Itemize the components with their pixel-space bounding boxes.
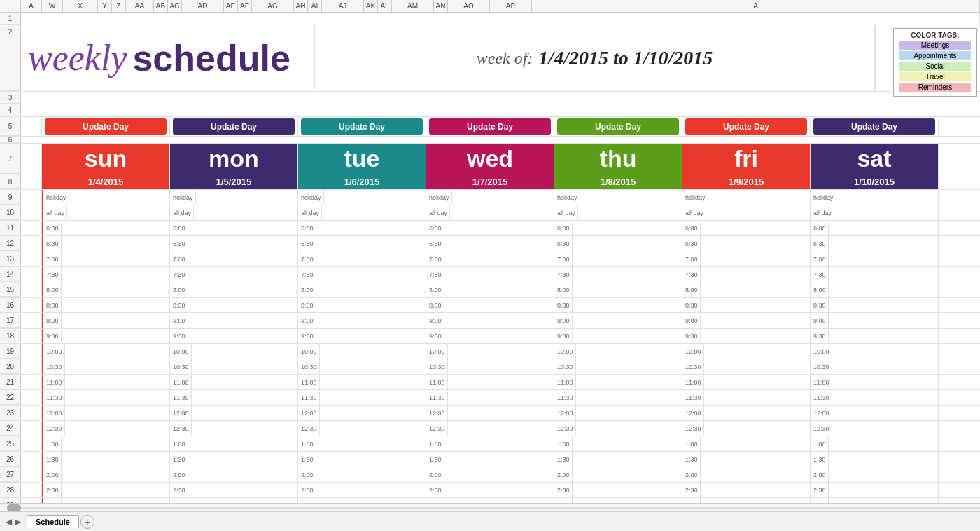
time-slot-content[interactable] — [828, 221, 935, 235]
time-slot-content[interactable] — [444, 329, 551, 343]
time-slot-content[interactable] — [191, 375, 295, 389]
time-slot-content[interactable] — [316, 436, 423, 451]
time-slot-content[interactable] — [700, 436, 807, 451]
time-slot-content[interactable] — [188, 452, 295, 467]
time-slot-content[interactable] — [451, 190, 551, 205]
time-slot-content[interactable] — [832, 406, 935, 420]
time-slot-content[interactable] — [828, 452, 935, 467]
time-slot-content[interactable] — [316, 313, 423, 328]
time-slot-content[interactable] — [700, 267, 807, 282]
update-day-cell-tue[interactable]: Update Day — [298, 117, 426, 136]
update-day-btn-thu[interactable]: Update Day — [557, 118, 679, 135]
time-slot-content[interactable] — [572, 236, 679, 251]
time-slot-content[interactable] — [188, 267, 295, 282]
time-slot-content[interactable] — [828, 436, 935, 451]
time-slot-content[interactable] — [572, 282, 679, 297]
time-slot-content[interactable] — [700, 282, 807, 297]
time-slot-content[interactable] — [191, 390, 295, 405]
time-slot-content[interactable] — [449, 205, 551, 220]
update-day-btn-mon[interactable]: Update Day — [173, 118, 295, 135]
update-day-btn-sun[interactable]: Update Day — [45, 118, 167, 135]
update-day-btn-tue[interactable]: Update Day — [301, 118, 423, 135]
time-slot-content[interactable] — [572, 498, 679, 503]
time-slot-content[interactable] — [447, 390, 551, 405]
time-slot-content[interactable] — [64, 406, 167, 420]
time-slot-content[interactable] — [828, 467, 935, 482]
time-slot-content[interactable] — [316, 282, 423, 297]
time-slot-content[interactable] — [444, 452, 551, 467]
schedule-tab[interactable]: Schedule — [27, 515, 79, 528]
time-slot-content[interactable] — [444, 251, 551, 266]
time-slot-content[interactable] — [64, 375, 167, 389]
time-slot-content[interactable] — [64, 344, 167, 359]
time-slot-content[interactable] — [61, 282, 167, 297]
time-slot-content[interactable] — [61, 452, 167, 467]
time-slot-content[interactable] — [444, 498, 551, 503]
time-slot-content[interactable] — [61, 313, 167, 328]
time-slot-content[interactable] — [191, 421, 295, 436]
time-slot-content[interactable] — [188, 483, 295, 497]
time-slot-content[interactable] — [700, 313, 807, 328]
time-slot-content[interactable] — [575, 375, 679, 389]
time-slot-content[interactable] — [188, 498, 295, 503]
time-slot-content[interactable] — [191, 406, 295, 420]
time-slot-content[interactable] — [572, 221, 679, 235]
time-slot-content[interactable] — [704, 359, 807, 374]
time-slot-content[interactable] — [580, 190, 679, 205]
time-slot-content[interactable] — [319, 421, 423, 436]
time-slot-content[interactable] — [316, 251, 423, 266]
time-slot-content[interactable] — [188, 282, 295, 297]
time-slot-content[interactable] — [704, 375, 807, 389]
time-slot-content[interactable] — [828, 298, 935, 312]
time-slot-content[interactable] — [700, 452, 807, 467]
time-slot-content[interactable] — [700, 483, 807, 497]
time-slot-content[interactable] — [832, 421, 935, 436]
time-slot-content[interactable] — [316, 498, 423, 503]
time-slot-content[interactable] — [444, 298, 551, 312]
update-day-btn-fri[interactable]: Update Day — [685, 118, 807, 135]
time-slot-content[interactable] — [572, 452, 679, 467]
time-slot-content[interactable] — [321, 205, 423, 220]
time-slot-content[interactable] — [316, 329, 423, 343]
time-slot-content[interactable] — [447, 406, 551, 420]
time-slot-content[interactable] — [61, 436, 167, 451]
time-slot-content[interactable] — [444, 436, 551, 451]
time-slot-content[interactable] — [319, 359, 423, 374]
time-slot-content[interactable] — [828, 483, 935, 497]
time-slot-content[interactable] — [316, 298, 423, 312]
time-slot-content[interactable] — [828, 267, 935, 282]
time-slot-content[interactable] — [61, 483, 167, 497]
time-slot-content[interactable] — [444, 221, 551, 235]
time-slot-content[interactable] — [64, 359, 167, 374]
time-slot-content[interactable] — [700, 498, 807, 503]
time-slot-content[interactable] — [188, 467, 295, 482]
time-slot-content[interactable] — [444, 313, 551, 328]
time-slot-content[interactable] — [828, 282, 935, 297]
update-day-cell-thu[interactable]: Update Day — [554, 117, 682, 136]
time-slot-content[interactable] — [319, 344, 423, 359]
time-slot-content[interactable] — [700, 221, 807, 235]
time-slot-content[interactable] — [316, 221, 423, 235]
time-slot-content[interactable] — [575, 344, 679, 359]
update-day-cell-sun[interactable]: Update Day — [42, 117, 170, 136]
time-slot-content[interactable] — [447, 344, 551, 359]
time-slot-content[interactable] — [575, 359, 679, 374]
time-slot-content[interactable] — [572, 467, 679, 482]
time-slot-content[interactable] — [447, 359, 551, 374]
time-slot-content[interactable] — [572, 251, 679, 266]
update-day-cell-wed[interactable]: Update Day — [426, 117, 554, 136]
time-slot-content[interactable] — [700, 329, 807, 343]
time-slot-content[interactable] — [319, 406, 423, 420]
time-slot-content[interactable] — [191, 344, 295, 359]
update-day-btn-wed[interactable]: Update Day — [429, 118, 551, 135]
time-slot-content[interactable] — [706, 205, 807, 220]
time-slot-content[interactable] — [572, 267, 679, 282]
time-slot-content[interactable] — [61, 236, 167, 251]
time-slot-content[interactable] — [828, 498, 935, 503]
time-slot-content[interactable] — [704, 406, 807, 420]
time-slot-content[interactable] — [444, 282, 551, 297]
update-day-cell-sat[interactable]: Update Day — [811, 117, 939, 136]
time-slot-content[interactable] — [319, 375, 423, 389]
time-slot-content[interactable] — [708, 190, 807, 205]
time-slot-content[interactable] — [704, 390, 807, 405]
